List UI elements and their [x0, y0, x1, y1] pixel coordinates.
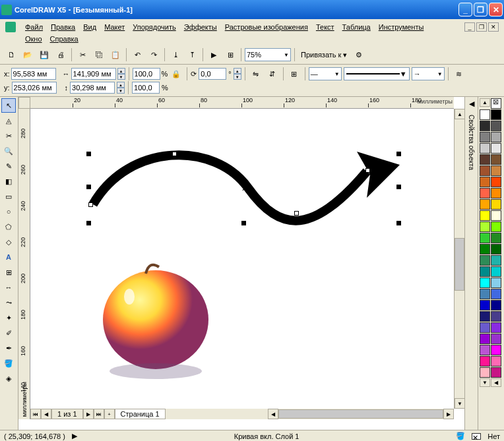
- color-swatch[interactable]: [491, 199, 501, 210]
- zoom-tool[interactable]: 🔍: [1, 144, 16, 158]
- sel-center[interactable]: ✕: [241, 185, 246, 189]
- color-swatch[interactable]: [480, 177, 490, 187]
- palette-down[interactable]: ▼: [480, 378, 490, 387]
- color-swatch[interactable]: [480, 210, 490, 221]
- color-swatch[interactable]: [480, 367, 490, 378]
- basic-shapes-tool[interactable]: ◇: [1, 235, 16, 249]
- mdi-close[interactable]: ✕: [488, 22, 499, 32]
- color-swatch[interactable]: [491, 221, 501, 232]
- color-swatch[interactable]: [491, 278, 501, 288]
- fill-icon[interactable]: 🪣: [456, 432, 465, 440]
- docker-arrow-icon[interactable]: ◀: [469, 100, 474, 108]
- first-page[interactable]: ⏮: [30, 409, 41, 419]
- ruler-vertical[interactable]: миллиметры 280260240220200180160140: [18, 109, 30, 419]
- vscroll-thumb[interactable]: [455, 238, 464, 291]
- menu-effects[interactable]: Эффекты: [180, 22, 221, 32]
- sel-handle-sw[interactable]: [86, 221, 91, 225]
- menu-bitmaps[interactable]: Растровые изображения: [221, 22, 312, 32]
- sel-handle-w[interactable]: [86, 185, 91, 189]
- sel-node-start[interactable]: [88, 202, 93, 207]
- undo-icon[interactable]: ↶: [130, 47, 144, 62]
- fill-swatch[interactable]: ✕: [472, 433, 481, 440]
- redo-icon[interactable]: ↷: [146, 47, 161, 62]
- interactive-tool[interactable]: ✦: [1, 310, 16, 325]
- h-up[interactable]: ▲: [117, 82, 125, 88]
- text-tool[interactable]: A: [1, 250, 16, 264]
- line-style-select[interactable]: ▼: [344, 67, 410, 80]
- page-tab[interactable]: Страница 1: [115, 409, 166, 419]
- color-swatch[interactable]: [491, 289, 501, 299]
- color-swatch[interactable]: [491, 154, 501, 165]
- sel-handle-n[interactable]: [172, 152, 177, 156]
- palette-up[interactable]: ▲: [480, 98, 490, 107]
- color-swatch[interactable]: [491, 233, 501, 243]
- mirror-v-icon[interactable]: ⇵: [265, 67, 280, 81]
- open-icon[interactable]: 📂: [20, 47, 35, 62]
- color-swatch[interactable]: [480, 143, 490, 154]
- apple-image[interactable]: [103, 270, 208, 369]
- menu-view[interactable]: Вид: [79, 22, 100, 32]
- sel-handle-nw[interactable]: [86, 152, 91, 156]
- color-swatch[interactable]: [491, 121, 501, 131]
- lock-icon[interactable]: 🔒: [169, 67, 183, 81]
- color-swatch[interactable]: [491, 143, 501, 154]
- paste-icon[interactable]: 📋: [108, 47, 123, 62]
- color-swatch[interactable]: [480, 278, 490, 288]
- color-swatch[interactable]: [480, 311, 490, 322]
- rectangle-tool[interactable]: ▭: [1, 189, 16, 204]
- color-swatch[interactable]: [480, 334, 490, 344]
- polygon-tool[interactable]: ⬠: [1, 220, 16, 234]
- color-swatch[interactable]: [480, 322, 490, 333]
- eyedropper-tool[interactable]: ✐: [1, 326, 16, 340]
- copy-icon[interactable]: ⿻: [92, 47, 106, 62]
- color-swatch[interactable]: [491, 244, 501, 254]
- hscroll-thumb[interactable]: [278, 409, 443, 419]
- ruler-horizontal[interactable]: миллиметры 20406080100120140160180: [30, 97, 454, 109]
- print-icon[interactable]: 🖨: [53, 47, 68, 62]
- zoom-select[interactable]: 75%▼: [245, 48, 291, 61]
- menu-table[interactable]: Таблица: [338, 22, 375, 32]
- start-arrow-select[interactable]: —▼: [309, 67, 342, 80]
- color-swatch[interactable]: [491, 210, 501, 221]
- save-icon[interactable]: 💾: [37, 47, 51, 62]
- maximize-button[interactable]: ❐: [474, 3, 488, 16]
- color-swatch[interactable]: [480, 188, 490, 198]
- smart-fill-tool[interactable]: ◧: [1, 174, 16, 189]
- color-swatch[interactable]: [480, 300, 490, 310]
- new-icon[interactable]: 🗋: [4, 47, 18, 62]
- snap-label[interactable]: Привязать к ▾: [298, 51, 350, 59]
- color-swatch[interactable]: [480, 154, 490, 165]
- w-input[interactable]: 141,909 мм: [71, 68, 116, 80]
- sel-handle-s[interactable]: [241, 221, 246, 225]
- canvas[interactable]: ✕: [30, 109, 454, 409]
- color-swatch[interactable]: [491, 109, 501, 120]
- end-arrow-select[interactable]: →▼: [412, 67, 445, 80]
- dimension-tool[interactable]: ↔: [1, 280, 16, 295]
- menu-arrange[interactable]: Упорядочить: [129, 22, 179, 32]
- color-swatch[interactable]: [480, 199, 490, 210]
- table-tool[interactable]: ⊞: [1, 265, 16, 279]
- palette-expand[interactable]: ◀: [491, 378, 501, 387]
- ellipse-tool[interactable]: ○: [1, 204, 16, 219]
- sy-input[interactable]: 100,0: [132, 82, 160, 94]
- color-swatch[interactable]: [491, 188, 501, 198]
- mdi-restore[interactable]: ❐: [476, 22, 487, 32]
- color-swatch[interactable]: [491, 300, 501, 310]
- launch-icon[interactable]: ▶: [206, 47, 221, 62]
- pick-tool[interactable]: ↖: [1, 98, 16, 113]
- export-icon[interactable]: ⤒: [185, 47, 199, 62]
- color-swatch[interactable]: [480, 109, 490, 120]
- scroll-up[interactable]: ▲: [455, 109, 465, 119]
- minimize-button[interactable]: _: [458, 3, 472, 16]
- wrap-icon[interactable]: ≋: [452, 67, 466, 81]
- color-swatch[interactable]: [491, 334, 501, 344]
- menu-help[interactable]: Справка: [46, 34, 82, 44]
- menu-edit[interactable]: Правка: [47, 22, 79, 32]
- next-page[interactable]: ▶: [83, 409, 94, 419]
- import-icon[interactable]: ⤓: [168, 47, 183, 62]
- color-swatch[interactable]: [491, 266, 501, 277]
- spinner-down[interactable]: ▼: [117, 74, 125, 80]
- add-page[interactable]: +: [104, 409, 115, 419]
- freehand-tool[interactable]: ✎: [1, 159, 16, 173]
- interactive-fill-tool[interactable]: ◈: [1, 371, 16, 386]
